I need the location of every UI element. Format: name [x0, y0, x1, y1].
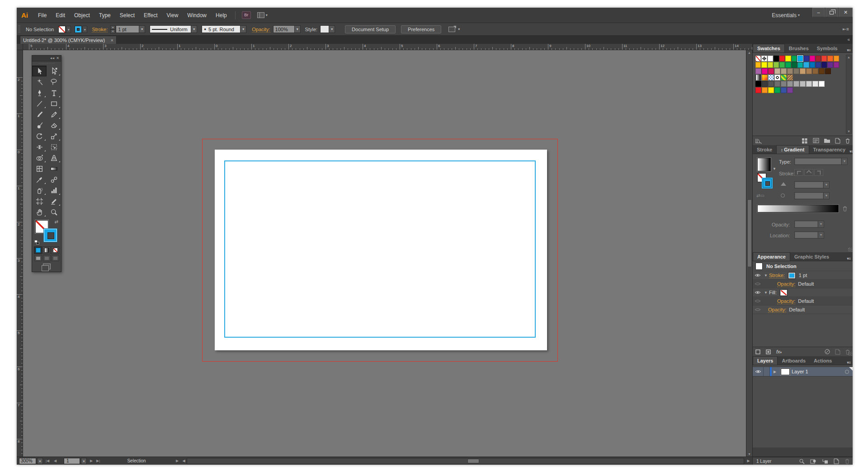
swatch[interactable] — [810, 62, 815, 68]
artboard-number-field[interactable]: 1 — [64, 458, 80, 464]
horizontal-ruler[interactable]: 5432101234567891011121314 — [23, 44, 752, 50]
draw-behind-button[interactable] — [43, 255, 51, 261]
panel-menu-icon[interactable]: ▾≡ — [847, 360, 850, 365]
swatch[interactable] — [781, 81, 787, 87]
opacity-label[interactable]: Opacity: — [252, 27, 270, 32]
scroll-down-icon[interactable]: ▼ — [746, 452, 752, 456]
mesh-tool[interactable] — [32, 163, 47, 174]
swatch[interactable] — [812, 68, 818, 74]
swatch[interactable] — [806, 81, 812, 87]
collapse-dock-icon[interactable]: « — [847, 36, 850, 44]
blend-tool[interactable] — [47, 174, 61, 185]
scale-tool[interactable] — [47, 131, 61, 141]
swatch[interactable] — [762, 87, 768, 93]
swatch-registration[interactable] — [761, 56, 767, 61]
tab-appearance[interactable]: Appearance — [753, 252, 790, 261]
rectangle-tool[interactable] — [47, 98, 61, 109]
menu-effect[interactable]: Effect — [139, 8, 162, 23]
opacity-attribute-label[interactable]: Opacity: — [768, 307, 786, 313]
paintbrush-tool[interactable] — [32, 109, 47, 120]
swatch-options-icon[interactable] — [813, 138, 819, 143]
swatch[interactable] — [785, 56, 791, 61]
scroll-up-icon[interactable]: ▲ — [746, 51, 752, 54]
brush-definition-field[interactable]: ●5 pt. Round — [202, 25, 241, 33]
delete-layer-icon[interactable] — [844, 458, 850, 464]
stroke-weight-field[interactable]: 1 pt — [116, 25, 139, 33]
stroke-color-swatch[interactable] — [788, 273, 795, 278]
gradient-location-select[interactable]: ▼ — [794, 231, 824, 239]
swatch[interactable] — [797, 62, 803, 68]
menu-file[interactable]: File — [33, 8, 51, 23]
restore-button[interactable] — [826, 8, 838, 17]
swatch[interactable] — [793, 68, 799, 74]
scroll-down-icon[interactable]: ▼ — [846, 130, 851, 133]
close-tab-icon[interactable]: × — [111, 38, 113, 43]
swatch[interactable] — [768, 87, 774, 93]
selection-tool[interactable] — [32, 66, 47, 76]
pen-tool[interactable] — [32, 87, 47, 98]
swatch-gradient[interactable] — [755, 75, 761, 80]
swatch[interactable] — [755, 81, 761, 87]
zoom-tool[interactable] — [47, 207, 61, 217]
vertical-scroll-thumb[interactable] — [747, 199, 752, 267]
swatch-selected[interactable] — [797, 56, 803, 61]
eyedropper-tool[interactable] — [32, 174, 47, 185]
gradient-thumbnail[interactable] — [757, 158, 771, 171]
scroll-left-icon[interactable]: ◀ — [181, 458, 187, 464]
style-swatch[interactable] — [320, 25, 329, 33]
visibility-eye-icon[interactable] — [753, 282, 763, 286]
chevron-down-icon[interactable]: ▾ — [82, 26, 87, 33]
swatch[interactable] — [819, 68, 825, 74]
tab-symbols[interactable]: Symbols — [813, 44, 842, 52]
direct-selection-tool[interactable] — [47, 66, 61, 76]
swatch-pattern[interactable] — [781, 75, 787, 80]
slice-tool[interactable] — [47, 196, 61, 207]
swatch[interactable] — [774, 87, 780, 93]
panel-resize-grip[interactable] — [848, 248, 852, 252]
swatch[interactable] — [768, 62, 773, 68]
first-artboard-button[interactable]: |◀ — [46, 458, 49, 464]
swatch[interactable] — [761, 62, 767, 68]
add-new-stroke-icon[interactable] — [755, 349, 761, 355]
swatch[interactable] — [816, 56, 821, 61]
add-new-fill-icon[interactable] — [765, 349, 771, 355]
control-bar-extra[interactable]: ▾ — [448, 27, 460, 32]
style-dropdown[interactable]: ▼ — [329, 25, 335, 33]
swatch[interactable] — [806, 68, 812, 74]
menu-edit[interactable]: Edit — [51, 8, 70, 23]
draw-normal-button[interactable] — [34, 255, 42, 261]
rectangle-object[interactable] — [224, 160, 536, 338]
gradient-tool[interactable] — [47, 163, 61, 174]
appearance-stroke-row[interactable]: ▼ Stroke: 1 pt — [753, 271, 853, 280]
document-setup-button[interactable]: Document Setup — [345, 25, 396, 33]
swatch[interactable] — [768, 68, 774, 74]
layer-thumbnail[interactable] — [781, 368, 790, 375]
none-button[interactable] — [51, 246, 59, 254]
swatch[interactable] — [792, 56, 797, 61]
horizontal-scrollbar[interactable] — [187, 458, 744, 464]
blob-brush-tool[interactable] — [32, 120, 47, 131]
draw-inside-button[interactable] — [52, 255, 59, 261]
menu-object[interactable]: Object — [70, 8, 94, 23]
step-up-icon[interactable]: ▲ — [110, 25, 115, 29]
swatch[interactable] — [827, 62, 833, 68]
swatch[interactable] — [774, 68, 780, 74]
tab-gradient[interactable]: ↕ Gradient — [776, 145, 809, 154]
appearance-fill-row[interactable]: ▼ Fill: — [753, 288, 853, 297]
swatch[interactable] — [768, 81, 774, 87]
visibility-eye-icon[interactable] — [753, 299, 763, 303]
fill-attribute-label[interactable]: Fill: — [769, 290, 777, 295]
make-clipping-mask-icon[interactable] — [810, 458, 816, 464]
swatch[interactable] — [803, 62, 809, 68]
swatch[interactable] — [779, 56, 785, 61]
swatch[interactable] — [825, 68, 831, 74]
opacity-dropdown[interactable]: ▼ — [295, 25, 301, 33]
expand-icon[interactable]: ▼ — [763, 291, 769, 295]
vertical-ruler[interactable]: 21012345678 — [17, 50, 23, 457]
step-down-icon[interactable]: ▼ — [110, 29, 115, 33]
tab-layers[interactable]: Layers — [753, 356, 778, 365]
color-button[interactable] — [34, 246, 42, 254]
fill-color-control[interactable]: ▾ — [58, 26, 71, 33]
swatch[interactable] — [803, 56, 809, 61]
ruler-corner[interactable] — [17, 44, 23, 50]
